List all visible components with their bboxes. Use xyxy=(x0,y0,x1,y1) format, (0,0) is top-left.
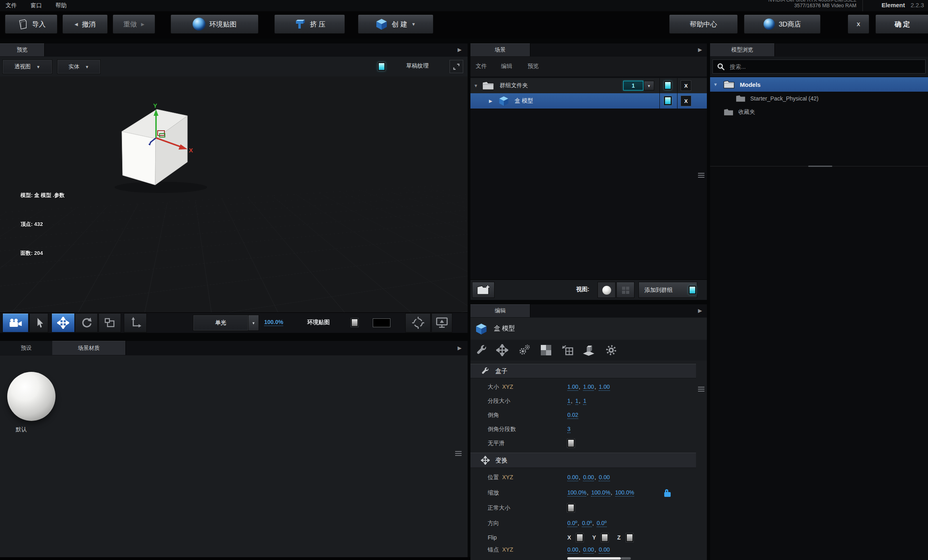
rotate-tool-button[interactable] xyxy=(75,313,98,332)
menu-window[interactable]: 窗口 xyxy=(31,0,42,10)
import-button[interactable]: 导入 xyxy=(5,14,57,34)
tree-expander-icon[interactable]: ▼ xyxy=(474,83,478,88)
tree-expander-icon[interactable]: ▶ xyxy=(489,98,492,104)
camera-mode-select[interactable]: 透视图 ▼ xyxy=(2,59,52,74)
materials-panel-arrow-icon[interactable]: ▶ xyxy=(458,345,462,351)
scale-x-field[interactable]: 100.0% xyxy=(567,489,586,496)
tab-model-browser[interactable]: 模型浏览 xyxy=(710,43,775,56)
position-x-field[interactable]: 0.00 xyxy=(567,474,578,481)
scene-scroll-handle[interactable] xyxy=(698,173,704,179)
orientation-x-field[interactable]: 0.0º xyxy=(567,520,577,527)
menu-file[interactable]: 文件 xyxy=(6,0,17,10)
anchor-y-field[interactable]: 0.00 xyxy=(583,546,594,554)
scene-menu-edit[interactable]: 编辑 xyxy=(501,63,512,70)
tab-scene[interactable]: 场景 xyxy=(470,43,530,56)
tab-scene-materials[interactable]: 场景材质 xyxy=(52,341,126,355)
close-button[interactable]: x xyxy=(848,14,869,34)
browser-row-models[interactable]: ▼ Models xyxy=(710,77,928,92)
select-tool-button[interactable] xyxy=(29,313,48,332)
group-delete-button[interactable]: X xyxy=(681,81,691,90)
tree-expander-icon[interactable]: ▼ xyxy=(713,82,718,87)
menu-help[interactable]: 帮助 xyxy=(55,0,67,10)
size-z-field[interactable]: 1.00 xyxy=(599,384,610,391)
tab-presets[interactable]: 预设 xyxy=(0,341,53,355)
draft-texture-checkbox[interactable] xyxy=(378,62,385,71)
wrench-icon[interactable] xyxy=(476,344,488,356)
add-to-group-checkbox[interactable] xyxy=(689,286,696,294)
view-cubes-button[interactable] xyxy=(616,282,634,298)
help-center-button[interactable]: 帮助中心 xyxy=(669,14,738,34)
gears-icon[interactable] xyxy=(518,344,530,356)
flip-x-checkbox[interactable] xyxy=(576,533,583,542)
bevel-extrude-icon[interactable] xyxy=(582,344,595,356)
section-box[interactable]: 盒子 xyxy=(470,364,696,378)
texture-checker-icon[interactable] xyxy=(540,344,552,356)
scale-lock-icon[interactable] xyxy=(664,492,671,497)
add-to-group-button[interactable]: 添加到群组 xyxy=(639,282,697,298)
search-input[interactable] xyxy=(729,63,903,70)
orientation-y-field[interactable]: 0.0º xyxy=(582,520,592,527)
section-transform[interactable]: 变换 xyxy=(470,453,696,468)
axis-tool-button[interactable] xyxy=(124,313,147,332)
create-button[interactable]: 创 建 ▼ xyxy=(358,14,433,34)
viewport-3d[interactable]: Y X 模型: 盒 模型 .参数 顶点: 432 面数: 204 xyxy=(0,76,468,312)
preview-panel-arrow-icon[interactable]: ▶ xyxy=(458,47,462,53)
segments-x-field[interactable]: 1 xyxy=(567,398,571,405)
focus-target-button[interactable] xyxy=(405,313,431,332)
material-preview-sphere[interactable] xyxy=(7,372,55,421)
edit-hscrollbar-track[interactable] xyxy=(621,557,631,560)
env-color-swatch[interactable] xyxy=(373,318,390,327)
scene-menu-preview[interactable]: 预览 xyxy=(528,63,539,70)
model-delete-button[interactable]: X xyxy=(681,96,691,106)
undo-button[interactable]: ◀ 撤消 xyxy=(62,14,108,34)
browser-row-favorites[interactable]: 收藏夹 xyxy=(710,105,928,119)
size-y-field[interactable]: 1.00 xyxy=(583,384,594,391)
browser-row-starter-pack[interactable]: Starter_Pack_Physical (42) xyxy=(710,92,928,105)
scale-z-field[interactable]: 100.0% xyxy=(615,489,634,496)
browser-splitter-handle[interactable] xyxy=(808,166,832,167)
anchor-z-field[interactable]: 0.00 xyxy=(599,546,610,554)
scale-y-field[interactable]: 100.0% xyxy=(591,489,610,496)
redo-button[interactable]: 重做 ▶ xyxy=(113,14,155,34)
environment-map-button[interactable]: 环境贴图 xyxy=(170,14,259,34)
size-x-field[interactable]: 1.00 xyxy=(567,384,578,391)
new-group-button[interactable] xyxy=(472,282,495,298)
anchor-x-field[interactable]: 0.00 xyxy=(567,546,578,554)
bevel-field[interactable]: 0.02 xyxy=(567,412,578,419)
env-map-checkbox[interactable] xyxy=(351,318,358,327)
tab-preview[interactable]: 预览 xyxy=(0,43,45,56)
move-tool-button[interactable] xyxy=(51,313,75,332)
materials-scroll-handle[interactable] xyxy=(455,451,462,457)
segments-z-field[interactable]: 1 xyxy=(583,398,586,405)
segments-y-field[interactable]: 1 xyxy=(575,398,579,405)
flip-z-checkbox[interactable] xyxy=(626,533,633,542)
normal-size-checkbox[interactable] xyxy=(567,504,575,512)
scene-row-group-folder[interactable]: ▼ 群组文件夹 1 ▼ X xyxy=(470,78,707,94)
bevel-segments-field[interactable]: 3 xyxy=(567,426,571,433)
confirm-button[interactable]: 确 定 xyxy=(875,14,928,34)
scale-tool-button[interactable] xyxy=(99,313,121,332)
edit-hscrollbar-thumb[interactable] xyxy=(567,557,621,560)
group-count-box[interactable]: 1 xyxy=(623,81,643,90)
group-visibility-checkbox[interactable] xyxy=(664,81,671,90)
transform-icon[interactable] xyxy=(496,344,508,356)
orientation-z-field[interactable]: 0.0º xyxy=(597,520,607,527)
light-mode-arrow-button[interactable]: ▼ xyxy=(248,315,259,331)
shading-mode-select[interactable]: 实体 ▼ xyxy=(57,59,101,74)
viewport-expand-button[interactable] xyxy=(450,60,463,73)
position-z-field[interactable]: 0.00 xyxy=(599,474,610,481)
viewport-zoom-value[interactable]: 100.0% xyxy=(264,319,283,326)
light-mode-select[interactable]: 单光 xyxy=(193,315,248,331)
scene-row-box-model[interactable]: ▶ 盒 模型 X xyxy=(470,93,707,109)
store-button[interactable]: 3D商店 xyxy=(744,14,821,34)
gear-icon[interactable] xyxy=(605,344,617,356)
view-sphere-button[interactable] xyxy=(597,282,616,298)
extrude-button[interactable]: 挤 压 xyxy=(274,14,345,34)
camera-tool-button[interactable] xyxy=(2,313,29,332)
edit-panel-arrow-icon[interactable]: ▶ xyxy=(698,308,702,314)
position-y-field[interactable]: 0.00 xyxy=(583,474,594,481)
model-visibility-checkbox[interactable] xyxy=(664,96,671,105)
flip-y-checkbox[interactable] xyxy=(601,533,608,542)
duplicate-icon[interactable] xyxy=(561,344,573,356)
output-display-button[interactable] xyxy=(431,313,452,332)
